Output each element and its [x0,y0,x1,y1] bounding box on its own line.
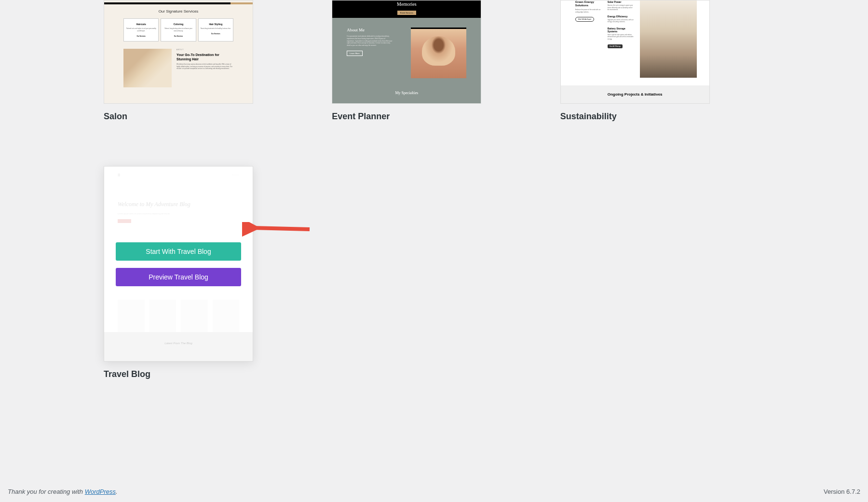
template-title-sustainability: Sustainability [560,112,764,122]
travel-blog-preview: ☰ · · · · · Welcome to My Adventure Blog… [104,166,253,362]
version-text: Version 6.7.2 [824,488,860,495]
salon-section-title: Our Signature Services [104,9,253,14]
preview-travel-blog-button[interactable]: Preview Travel Blog [116,268,241,286]
template-card-sustainability[interactable]: Green Energy Solutions Embrace the power… [560,0,764,122]
footer-thank-you: Thank you for creating with [8,488,85,495]
template-card-event-planner[interactable]: Memories Event Services About Me I'm a p… [332,0,536,122]
event-photo [411,28,466,78]
salon-preview: Our Signature Services Haircuts Tailored… [104,0,253,104]
sustainability-preview: Green Energy Solutions Embrace the power… [560,0,710,104]
template-title-travel-blog: Travel Blog [104,369,308,379]
event-preview: Memories Event Services About Me I'm a p… [332,0,481,104]
start-with-travel-blog-button[interactable]: Start With Travel Blog [116,242,241,261]
template-card-salon[interactable]: Our Signature Services Haircuts Tailored… [104,0,308,122]
template-title-salon: Salon [104,112,308,122]
template-title-event-planner: Event Planner [332,112,536,122]
template-card-travel-blog[interactable]: ☰ · · · · · Welcome to My Adventure Blog… [104,166,308,379]
wordpress-link[interactable]: WordPress [85,488,116,495]
admin-footer: Thank you for creating with WordPress. V… [0,481,868,502]
salon-image [123,49,172,87]
sustainability-image [640,0,697,78]
